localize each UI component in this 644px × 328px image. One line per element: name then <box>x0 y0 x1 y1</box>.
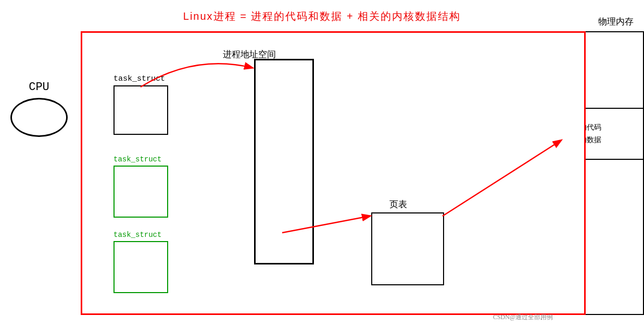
page-table-box <box>371 212 444 285</box>
cpu-section: CPU <box>5 81 73 137</box>
task-struct-green-1-section: task_struct <box>113 155 168 218</box>
cpu-label: CPU <box>5 81 73 94</box>
page-table-label: 页表 <box>389 198 407 210</box>
task-struct-black-section: task_struct <box>113 74 168 135</box>
task-struct-black-label: task_struct <box>113 74 168 83</box>
task-struct-green-2-box <box>113 241 168 293</box>
task-struct-green-2-section: task_struct <box>113 231 168 293</box>
watermark: CSDN@通过全部用例 <box>493 313 553 322</box>
task-struct-green-2-label: task_struct <box>113 231 168 239</box>
task-struct-black-box <box>113 85 168 135</box>
main-container: task_struct 进程地址空间 task_struct task_stru… <box>81 31 586 315</box>
address-space-box <box>254 59 314 264</box>
physical-memory-label: 物理内存 <box>598 16 634 28</box>
task-struct-green-1-label: task_struct <box>113 155 168 163</box>
cpu-ellipse <box>10 98 68 137</box>
task-struct-green-1-box <box>113 166 168 218</box>
page-title: Linux进程 = 进程的代码和数据 + 相关的内核数据结构 <box>0 0 644 23</box>
